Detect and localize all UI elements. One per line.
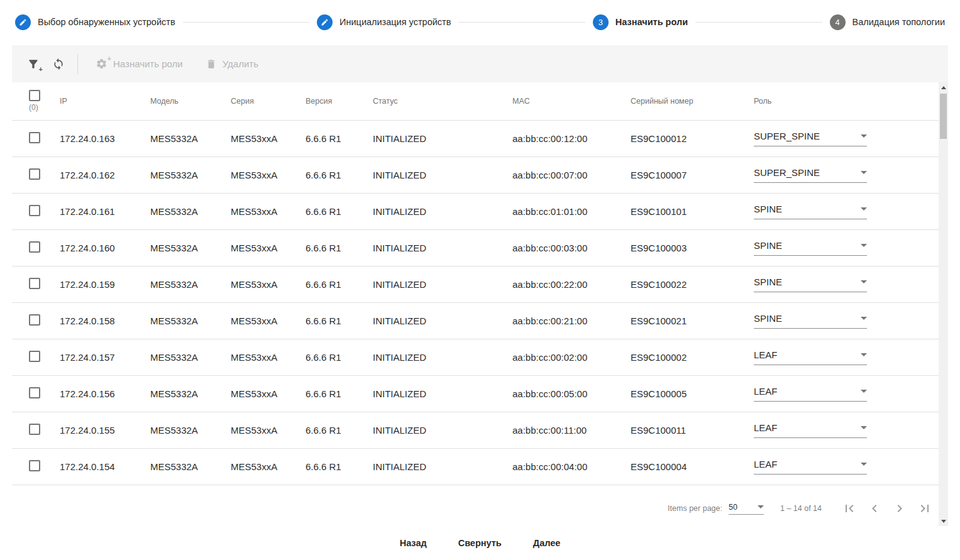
next-page-button[interactable] xyxy=(887,496,912,521)
row-checkbox[interactable] xyxy=(29,460,40,471)
delete-label: Удалить xyxy=(223,58,258,69)
row-checkbox[interactable] xyxy=(29,351,40,362)
step-label: Инициализация устройств xyxy=(339,17,451,27)
scrollbar-up-icon[interactable] xyxy=(939,82,948,92)
vertical-scrollbar[interactable] xyxy=(939,82,948,526)
device-row: 172.24.0.161 MES5332A MES53xxA 6.6.6 R1 … xyxy=(12,193,939,229)
role-select[interactable]: LEAF xyxy=(754,459,867,475)
refresh-icon xyxy=(52,58,65,70)
delete-button[interactable]: Удалить xyxy=(194,52,270,77)
cell-mac: aa:bb:cc:00:11:00 xyxy=(512,412,631,448)
cell-version: 6.6.6 R1 xyxy=(306,193,373,229)
device-row: 172.24.0.156 MES5332A MES53xxA 6.6.6 R1 … xyxy=(12,375,939,412)
cell-model: MES5332A xyxy=(150,229,231,266)
role-select[interactable]: SPINE xyxy=(754,204,867,219)
row-checkbox[interactable] xyxy=(29,168,40,180)
role-select[interactable]: LEAF xyxy=(754,422,867,438)
cell-mac: aa:bb:cc:00:21:00 xyxy=(512,302,631,339)
col-header-status: Статус xyxy=(373,82,512,120)
row-checkbox[interactable] xyxy=(29,278,40,289)
paginator: Items per page: 50 1 – 14 of 14 xyxy=(12,491,939,526)
step-validate-topology[interactable]: 4 Валидация топологии xyxy=(830,14,945,30)
page-size-value: 50 xyxy=(729,503,737,512)
step-label: Назначить роли xyxy=(615,17,688,27)
chevron-down-icon xyxy=(861,353,867,356)
page-size-select[interactable]: 50 xyxy=(729,503,764,515)
assign-roles-button[interactable]: + Назначить роли xyxy=(84,52,194,77)
role-select[interactable]: SUPER_SPINE xyxy=(754,167,867,183)
device-row: 172.24.0.163 MES5332A MES53xxA 6.6.6 R1 … xyxy=(12,120,939,156)
role-select[interactable]: SPINE xyxy=(754,313,867,329)
chevron-down-icon xyxy=(861,390,867,393)
back-button[interactable]: Назад xyxy=(395,533,432,553)
col-header-mac: MAC xyxy=(512,82,631,120)
step-label: Валидация топологии xyxy=(852,17,945,27)
row-checkbox[interactable] xyxy=(29,132,40,143)
cell-serial: ES9C100002 xyxy=(631,339,754,375)
select-all-checkbox[interactable] xyxy=(29,90,40,101)
step-assign-roles[interactable]: 3 Назначить роли xyxy=(593,14,688,30)
role-value: SPINE xyxy=(754,277,782,287)
refresh-button[interactable] xyxy=(46,52,71,77)
cell-mac: aa:bb:cc:00:02:00 xyxy=(512,339,631,375)
last-page-button[interactable] xyxy=(912,496,937,521)
row-select-cell xyxy=(12,339,60,375)
assign-roles-label: Назначить роли xyxy=(113,58,183,69)
collapse-button[interactable]: Свернуть xyxy=(453,533,507,553)
step-select-devices[interactable]: Выбор обнаруженных устройств xyxy=(15,14,175,30)
row-checkbox[interactable] xyxy=(29,387,40,398)
role-select[interactable]: SUPER_SPINE xyxy=(754,131,867,146)
devices-table-card: (0) IP Модель Серия Версия Статус MAC Се… xyxy=(12,82,948,526)
cell-series: MES53xxA xyxy=(231,339,306,375)
role-select[interactable]: SPINE xyxy=(754,240,867,256)
cell-serial: ES9C100003 xyxy=(631,229,754,266)
role-select[interactable]: SPINE xyxy=(754,277,867,292)
scrollbar-thumb[interactable] xyxy=(940,94,947,139)
cell-model: MES5332A xyxy=(150,156,231,193)
cell-model: MES5332A xyxy=(150,448,231,485)
previous-page-button[interactable] xyxy=(862,496,887,521)
edit-icon xyxy=(317,14,333,30)
cell-series: MES53xxA xyxy=(231,156,306,193)
row-checkbox[interactable] xyxy=(29,314,40,326)
cell-status: INITIALIZED xyxy=(373,156,512,193)
toolbar-divider xyxy=(77,54,78,74)
cell-ip: 172.24.0.156 xyxy=(60,375,150,412)
cell-status: INITIALIZED xyxy=(373,266,512,302)
gear-plus-icon: + xyxy=(96,58,108,70)
row-checkbox[interactable] xyxy=(29,424,40,435)
role-value: SPINE xyxy=(754,204,782,214)
col-header-version: Версия xyxy=(306,82,373,120)
row-checkbox[interactable] xyxy=(29,205,40,216)
chevron-down-icon xyxy=(861,426,867,429)
chevron-down-icon xyxy=(861,463,867,466)
device-row: 172.24.0.160 MES5332A MES53xxA 6.6.6 R1 … xyxy=(12,229,939,266)
role-select[interactable]: LEAF xyxy=(754,349,867,365)
first-page-icon xyxy=(842,501,857,516)
trash-icon xyxy=(206,58,217,70)
chevron-down-icon xyxy=(861,317,867,320)
scrollbar-down-icon[interactable] xyxy=(939,516,948,526)
cell-mac: aa:bb:cc:00:12:00 xyxy=(512,120,631,156)
cell-ip: 172.24.0.157 xyxy=(60,339,150,375)
next-button[interactable]: Далее xyxy=(528,533,566,553)
cell-role: LEAF xyxy=(754,339,939,375)
chevron-down-icon xyxy=(758,505,764,508)
cell-status: INITIALIZED xyxy=(373,339,512,375)
row-select-cell xyxy=(12,375,60,412)
role-value: LEAF xyxy=(754,422,778,433)
col-header-model: Модель xyxy=(150,82,231,120)
page-range-label: 1 – 14 of 14 xyxy=(780,504,822,513)
first-page-button[interactable] xyxy=(837,496,862,521)
row-select-cell xyxy=(12,266,60,302)
filter-add-button[interactable]: + xyxy=(21,52,46,77)
cell-version: 6.6.6 R1 xyxy=(306,339,373,375)
cell-role: SPINE xyxy=(754,193,939,229)
step-init-devices[interactable]: Инициализация устройств xyxy=(317,14,451,30)
cell-series: MES53xxA xyxy=(231,302,306,339)
chevron-down-icon xyxy=(861,171,867,174)
role-select[interactable]: LEAF xyxy=(754,386,867,402)
row-checkbox[interactable] xyxy=(29,241,40,253)
selection-count: (0) xyxy=(29,103,60,112)
cell-model: MES5332A xyxy=(150,266,231,302)
